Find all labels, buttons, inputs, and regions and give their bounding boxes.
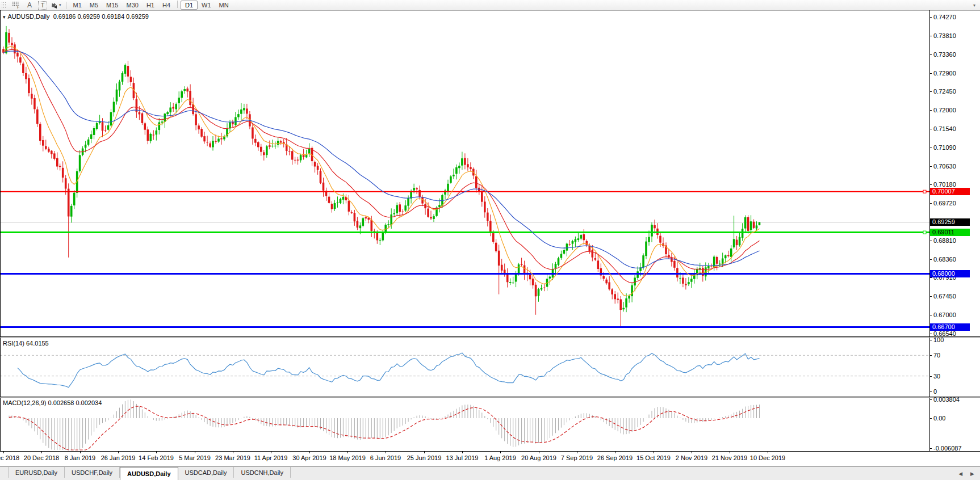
main-rsi-separator-shadow [0, 337, 980, 338]
text-label-icon[interactable]: A [24, 1, 35, 10]
date-tick [768, 451, 768, 453]
price-tick [929, 110, 932, 111]
date-tick [500, 451, 501, 453]
price-tick [929, 36, 932, 36]
tf-button-mn[interactable]: MN [215, 1, 233, 10]
arrows-icon[interactable]: ▾ [51, 1, 61, 10]
tf-button-w1[interactable]: W1 [198, 1, 215, 10]
tf-button-h4[interactable]: H4 [158, 1, 174, 10]
date-label: 15 Oct 2019 [636, 454, 671, 461]
price-tick [929, 334, 932, 334]
timeframe-separator [177, 1, 178, 8]
tf-button-m15[interactable]: M15 [102, 1, 122, 10]
date-label: 10 Dec 2019 [750, 454, 785, 461]
macd-tick-label: 0.00 [933, 415, 945, 422]
rsi-indicator-chart[interactable] [0, 338, 929, 397]
macd-tick [929, 418, 932, 419]
toolbar: F A T ▾ M1M5M15M30H1H4D1W1MN ▾ [0, 0, 980, 11]
date-label: 11 Apr 2019 [254, 454, 288, 461]
price-tick [929, 91, 932, 92]
tf-button-d1[interactable]: D1 [181, 1, 198, 10]
tab-eurusd-daily[interactable]: EURUSD,Daily [8, 467, 65, 478]
price-tick [929, 166, 932, 167]
date-label: 20 Dec 2018 [24, 454, 59, 461]
date-tick [692, 451, 692, 453]
grid-f-icon[interactable]: F [11, 1, 21, 10]
toolbar-separator [66, 2, 66, 9]
tab-scroll-left-icon[interactable]: ◀ [958, 471, 962, 477]
macd-label: MACD(12,26,9) 0.002658 0.002034 [3, 399, 102, 406]
price-tick-label: 0.73360 [933, 51, 956, 58]
grid-f-icon-glyph: F [12, 1, 20, 9]
price-tick-label: 0.68810 [933, 237, 956, 244]
rsi-tick [929, 340, 932, 340]
date-label: 21 Nov 2019 [712, 454, 747, 461]
date-tick [118, 451, 119, 453]
ohlc-low: 0.69184 [102, 13, 124, 20]
rsi-label: RSI(14) 64.0155 [3, 340, 49, 347]
date-label: 2 Nov 2019 [676, 454, 707, 461]
date-tick [462, 451, 463, 453]
chart-tab-bar: EURUSD,DailyUSDCHF,DailyAUDUSD,DailyUSDC… [0, 466, 980, 480]
date-label: 7 Sep 2019 [561, 454, 593, 461]
date-label: 20 Aug 2019 [521, 454, 556, 461]
date-label: 25 Jun 2019 [407, 454, 442, 461]
date-tick [424, 451, 425, 453]
timeframe-button-group: M1M5M15M30H1H4D1W1MN [69, 1, 233, 10]
tab-usdchf-daily[interactable]: USDCHF,Daily [65, 467, 120, 478]
tf-button-h1[interactable]: H1 [143, 1, 158, 10]
price-tick-label: 0.71540 [933, 125, 956, 132]
price-tick-label: 0.72900 [933, 70, 956, 77]
tab-scroll-controls: ◀ ▶ [958, 471, 974, 477]
toolbar-drag-handle[interactable] [1, 2, 7, 9]
rsi-tick-label: 30 [933, 373, 940, 380]
tab-usdcad-daily[interactable]: USDCAD,Daily [178, 467, 234, 478]
price-tick [929, 241, 932, 241]
tf-button-m5[interactable]: M5 [86, 1, 102, 10]
date-tick [577, 451, 577, 453]
date-tick [156, 451, 157, 453]
macd-name: MACD(12,26,9) [3, 399, 46, 406]
rsi-name: RSI(14) [3, 340, 24, 347]
macd-indicator-chart[interactable] [0, 398, 929, 451]
rsi-tick [929, 355, 932, 356]
text-box-icon[interactable]: T [38, 1, 47, 10]
price-badge-0.69011: 0.69011 [930, 229, 970, 236]
date-tick [654, 451, 654, 453]
date-tick [271, 451, 271, 453]
rsi-tick [929, 376, 932, 377]
date-tick [3, 451, 4, 453]
macd-tick-label: 0.003804 [933, 396, 960, 403]
date-tick [80, 451, 81, 453]
toolbar-overflow-icon[interactable]: ▾ [973, 3, 975, 8]
date-label: 1 Aug 2019 [484, 454, 516, 461]
date-tick [615, 451, 615, 453]
rsi-value: 64.0155 [26, 340, 49, 347]
price-tick [929, 259, 932, 260]
tf-button-m30[interactable]: M30 [122, 1, 142, 10]
chart-title-collapse-icon[interactable]: ▾ [3, 14, 6, 20]
arrows-dropdown-caret-icon[interactable]: ▾ [59, 3, 61, 7]
date-label: 30 Apr 2019 [292, 454, 326, 461]
date-label: 26 Jan 2019 [101, 454, 136, 461]
date-label: 23 Mar 2019 [215, 454, 250, 461]
date-tick [309, 451, 310, 453]
candlestick-chart[interactable] [0, 10, 929, 337]
price-tick [929, 203, 932, 204]
macd-tick-label: -0.006087 [933, 445, 962, 452]
price-tick-label: 0.74270 [933, 14, 956, 20]
chart-symbol: AUDUSD,Daily [8, 13, 50, 20]
rsi-tick-label: 100 [933, 336, 944, 343]
tf-button-m1[interactable]: M1 [69, 1, 86, 10]
rsi-macd-separator-shadow [0, 397, 980, 398]
tab-scroll-right-icon[interactable]: ▶ [970, 471, 974, 477]
rsi-tick [929, 391, 932, 392]
chart-tabs: EURUSD,DailyUSDCHF,DailyAUDUSD,DailyUSDC… [8, 467, 291, 480]
ohlc-close: 0.69259 [126, 13, 149, 20]
tab-audusd-daily[interactable]: AUDUSD,Daily [120, 467, 178, 480]
tab-usdcnh-daily[interactable]: USDCNH,Daily [234, 467, 291, 478]
price-tick-label: 0.70180 [933, 181, 956, 188]
date-tick [233, 451, 233, 453]
price-tick-label: 0.72000 [933, 107, 956, 113]
macd-tick [929, 399, 932, 400]
